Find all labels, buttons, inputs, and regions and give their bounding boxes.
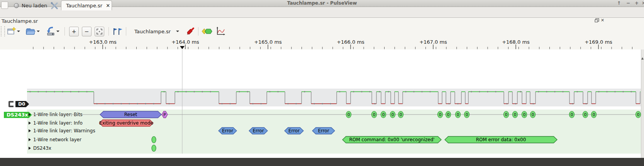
open-dropdown-arrow[interactable] [37,31,40,32]
decoder-row-label: 1-Wire link layer: Warnings [33,128,95,133]
decoder-row-label: 1-Wire link layer: Info [33,120,83,126]
toolbar-separator [108,27,109,36]
session-title: Tauchlampe.sr [2,18,38,24]
device-dropdown-arrow [176,31,179,32]
decoder-row-0: 1-Wire link layer: Bits [29,111,83,118]
tab-active-session[interactable]: Tauchlampe.sr ✕ [61,0,112,10]
toolbar-separator [198,27,198,36]
row-expand-arrow-icon[interactable] [29,147,31,150]
ruler-label: +167.0 ms [419,39,447,45]
maximize-button[interactable]: + [633,0,640,7]
math-signal-icon [216,27,225,36]
plus-icon: + [72,28,76,34]
tab-active-label: Tauchlampe.sr [66,3,102,9]
main-toolbar: + − Tauchlampe.sr [0,25,644,38]
decoder-row-label: DS243x [33,145,51,151]
new-session-button[interactable] [7,26,16,37]
tab-reload-label: Neu laden [22,3,47,9]
add-math-signal-button[interactable] [216,26,225,37]
row-expand-arrow-icon[interactable] [29,122,31,125]
ruler-label: +166.0 ms [337,39,364,45]
new-session-icon [7,27,16,36]
decoder-icon [201,27,213,36]
zoom-to-flags-button[interactable] [112,26,123,37]
decoder-row-label: 1-Wire network layer [33,137,81,142]
decoder-row-2: 1-Wire link layer: Warnings [29,128,95,134]
trace-group-bracket-icon[interactable] [8,101,14,107]
tab-reload-session[interactable]: Neu laden [10,1,51,10]
row-expand-arrow-icon[interactable] [29,138,31,141]
device-selector-dropdown[interactable]: Tauchlampe.sr [129,29,183,34]
save-icon [45,26,55,36]
dock-close-icon[interactable]: ✕ [601,18,604,23]
pulseview-window: Tauchlampe.sr - PulseView ↑ − + ✕ Neu la… [0,0,644,166]
minimize-button[interactable]: − [625,0,632,7]
zoom-fit-icon [97,29,102,34]
trigger-marker [180,46,185,49]
flags-icon [112,27,123,36]
ruler-label: +164.0 ms [171,39,199,45]
open-file-button[interactable] [25,26,36,37]
decoder-band [27,110,641,154]
ruler-label: +169.0 ms [585,39,612,45]
logic-trace-band [27,89,641,106]
toolbar-grip[interactable] [1,26,5,36]
ruler-label: +168.0 ms [502,39,530,45]
row-expand-arrow-icon[interactable] [29,113,31,116]
configure-channels-button[interactable] [185,26,195,37]
zoom-fit-button[interactable] [95,27,104,36]
decoder-row-3: 1-Wire network layer [29,137,81,143]
decoder-tag-ds243x[interactable]: DS243x [4,112,32,118]
decoder-row-1: 1-Wire link layer: Info [29,120,83,126]
new-session-dropdown-arrow[interactable] [17,31,20,32]
toolbar-separator [64,27,65,36]
bottom-strip [0,158,644,166]
zoom-out-button[interactable]: − [82,27,92,36]
row-expand-arrow-icon[interactable] [29,129,31,132]
tab-close-icon[interactable]: ✕ [106,3,110,9]
zoom-in-button[interactable]: + [69,27,79,36]
tab-setup-tools[interactable] [47,1,62,10]
wrench-screwdriver-icon [50,2,59,10]
device-selector-value: Tauchlampe.sr [134,29,171,34]
decoder-row-label: 1-Wire link layer: Bits [33,112,83,117]
keep-above-button[interactable]: ↑ [615,0,622,7]
vertical-scrollbar[interactable] [641,50,644,158]
scrollbar-up-arrow-icon[interactable] [641,57,644,60]
add-decoder-button[interactable] [201,26,213,37]
open-folder-icon [25,27,36,36]
decoder-row-4: DS243x [29,145,51,151]
save-file-button[interactable] [45,26,55,37]
session-ball-icon [14,3,19,8]
ruler-label: +163.0 ms [89,39,117,45]
close-button[interactable]: ✕ [640,0,644,7]
probe-icon [185,26,195,36]
save-dropdown-arrow[interactable] [56,31,59,32]
new-session-tab-button[interactable] [1,2,8,9]
ruler-label: +165.0 ms [254,39,282,45]
dock-float-icon[interactable] [595,18,599,22]
minus-icon: − [85,28,89,34]
toolbar-separator [126,27,126,36]
